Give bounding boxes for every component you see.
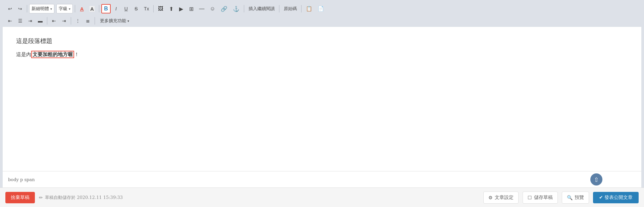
hr-icon: — — [199, 6, 204, 12]
align-left-icon: ⇤ — [8, 18, 12, 24]
body-text: 這是內文要加粗的地方喔！ — [16, 50, 628, 58]
separator-6 — [279, 5, 279, 12]
separator-4 — [153, 5, 154, 12]
font-bg-button[interactable]: A — [87, 4, 97, 13]
redo-button[interactable]: ↪ — [15, 4, 25, 13]
upload-button[interactable]: ⬆ — [166, 4, 176, 13]
font-family-arrow: ▾ — [50, 7, 52, 11]
bold-highlighted-text: 文要加粗的地方喔 — [31, 51, 74, 58]
paste-word-icon: 📄 — [318, 6, 324, 12]
separator-3 — [99, 5, 99, 12]
font-color-button[interactable]: A — [77, 4, 87, 13]
paste-text-icon: 📋 — [306, 6, 312, 12]
editor-content-area[interactable]: 這是段落標題 這是內文要加粗的地方喔！ — [3, 27, 641, 171]
image-button[interactable]: 🖼 — [156, 4, 166, 13]
paragraph-title: 這是段落標題 — [16, 37, 628, 45]
separator-2 — [75, 5, 75, 12]
emoji-icon: ☺ — [210, 6, 215, 12]
indent-button[interactable]: ⇥ — [59, 16, 69, 26]
scroll-top-button[interactable]: ⇧ — [590, 173, 602, 185]
toolbar-row1: ↩ ↪ 新細明體 ▾ 字級 ▾ A A B I U S Tx — [3, 3, 641, 15]
bottom-bar: 捨棄草稿 ✏ 草稿自動儲存於 2020.12.11 15:39:33 ⚙ 文章設… — [0, 188, 644, 207]
font-color-icon: A — [80, 6, 84, 12]
emoji-button[interactable]: ☺ — [207, 4, 217, 13]
table-icon: ⊞ — [189, 6, 194, 12]
more-features-label: 更多擴充功能 — [100, 18, 126, 24]
anchor-button[interactable]: ⚓ — [230, 4, 242, 13]
undo-button[interactable]: ↩ — [5, 4, 15, 13]
list-unordered-button[interactable]: ⋮ — [73, 16, 83, 26]
settings-icon: ⚙ — [488, 195, 493, 200]
status-bar-text: body p span — [8, 177, 35, 182]
list-ordered-button[interactable]: ≣ — [83, 16, 93, 26]
editor-wrapper: ↩ ↪ 新細明體 ▾ 字級 ▾ A A B I U S Tx — [0, 0, 644, 188]
article-settings-button[interactable]: ⚙ 文章設定 — [483, 192, 519, 204]
align-right-icon: ⇥ — [28, 18, 32, 24]
media-button[interactable]: ▶ — [176, 4, 186, 13]
outdent-icon: ⇤ — [52, 18, 56, 24]
hr-button[interactable]: — — [197, 4, 207, 13]
paste-text-button[interactable]: 📋 — [304, 4, 315, 13]
save-draft-icon: ☐ — [528, 195, 532, 200]
list-unordered-icon: ⋮ — [75, 18, 80, 24]
preview-icon: 🔍 — [567, 195, 573, 200]
clear-format-button[interactable]: Tx — [142, 4, 152, 13]
insert-continue-button[interactable]: 插入繼續閱讀 — [246, 4, 277, 13]
source-code-button[interactable]: 原始碼 — [281, 4, 299, 13]
toolbar-row2: ⇤ ☰ ⇥ ▬ ⇤ ⇥ ⋮ ≣ — [3, 15, 641, 27]
save-draft-button[interactable]: ☐ 儲存草稿 — [523, 192, 558, 204]
body-prefix: 這是內 — [16, 51, 31, 57]
status-bar: body p span ⇧ — [3, 171, 641, 188]
bold-button[interactable]: B — [101, 4, 111, 13]
link-button[interactable]: 🔗 — [218, 4, 230, 13]
toolbar-area: ↩ ↪ 新細明體 ▾ 字級 ▾ A A B I U S Tx — [3, 3, 641, 27]
font-bg-icon: A — [90, 6, 95, 12]
separator-5 — [244, 5, 244, 12]
more-features-arrow: ▾ — [127, 19, 129, 23]
paste-word-button[interactable]: 📄 — [315, 4, 326, 13]
align-justify-icon: ▬ — [38, 18, 43, 24]
align-right-button[interactable]: ⇥ — [25, 16, 35, 26]
indent-icon: ⇥ — [62, 18, 66, 24]
body-suffix: ！ — [74, 51, 79, 57]
outdent-button[interactable]: ⇤ — [49, 16, 59, 26]
media-icon: ▶ — [179, 6, 183, 12]
upload-icon: ⬆ — [169, 6, 173, 12]
separator-9 — [71, 17, 71, 25]
align-left-button[interactable]: ⇤ — [5, 16, 15, 26]
separator-7 — [301, 5, 302, 12]
separator-1 — [27, 5, 27, 12]
font-family-select[interactable]: 新細明體 ▾ — [29, 4, 54, 13]
image-icon: 🖼 — [158, 6, 163, 12]
auto-save-icon: ✏ — [39, 195, 43, 200]
font-size-arrow: ▾ — [69, 7, 70, 11]
separator-10 — [95, 17, 95, 25]
list-ordered-icon: ≣ — [86, 18, 90, 24]
strikethrough-button[interactable]: S — [131, 4, 141, 13]
auto-save-text: 草稿自動儲存於 2020.12.11 15:39:33 — [45, 195, 123, 201]
more-features-button[interactable]: 更多擴充功能 ▾ — [97, 16, 132, 26]
anchor-icon: ⚓ — [233, 6, 239, 12]
underline-button[interactable]: U — [121, 4, 131, 13]
align-center-icon: ☰ — [18, 18, 22, 24]
auto-save-info: ✏ 草稿自動儲存於 2020.12.11 15:39:33 — [39, 195, 123, 201]
italic-button[interactable]: I — [111, 4, 121, 13]
publish-button[interactable]: ✔ 發表公開文章 — [593, 192, 639, 203]
link-icon: 🔗 — [221, 6, 227, 12]
discard-draft-button[interactable]: 捨棄草稿 — [5, 192, 35, 203]
align-justify-button[interactable]: ▬ — [36, 16, 45, 26]
scroll-top-icon: ⇧ — [594, 176, 599, 183]
font-size-select[interactable]: 字級 ▾ — [56, 4, 73, 13]
align-center-button[interactable]: ☰ — [15, 16, 25, 26]
preview-button[interactable]: 🔍 預覽 — [562, 192, 589, 204]
separator-8 — [47, 17, 47, 25]
table-button[interactable]: ⊞ — [186, 4, 196, 13]
